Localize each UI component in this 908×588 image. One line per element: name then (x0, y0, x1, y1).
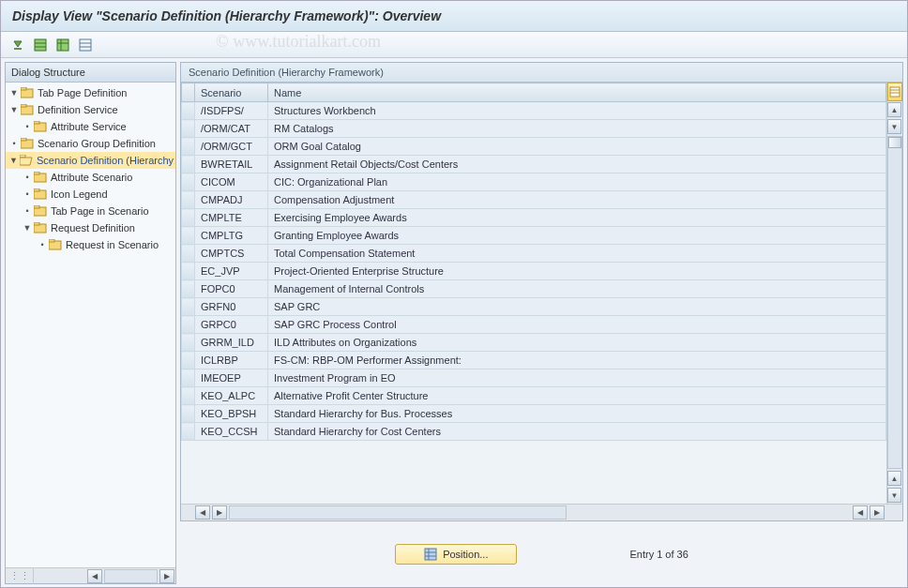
v-thumb[interactable] (888, 137, 901, 148)
toolbar-table2-icon[interactable] (53, 36, 72, 54)
cell-scenario[interactable]: EC_JVP (195, 263, 268, 280)
tree-item[interactable]: ▼Scenario Definition (Hierarchy Framewor… (6, 152, 175, 169)
cell-scenario[interactable]: KEO_BPSH (195, 405, 268, 423)
row-selector[interactable] (182, 263, 195, 280)
tree-h-track[interactable] (104, 569, 159, 583)
table-row[interactable]: /ORM/GCTORM Goal Catalog (182, 138, 886, 156)
table-row[interactable]: GRFN0SAP GRC (182, 298, 886, 316)
position-button[interactable]: Position... (395, 544, 517, 565)
table-row[interactable]: ICLRBPFS-CM: RBP-OM Performer Assignment… (182, 352, 886, 369)
cell-scenario[interactable]: IMEOEP (195, 369, 268, 387)
table-row[interactable]: CICOMCIC: Organizational Plan (182, 173, 886, 191)
cell-scenario[interactable]: GRFN0 (195, 298, 268, 316)
row-selector[interactable] (182, 191, 195, 209)
tree-expander-icon[interactable]: ▼ (9, 105, 19, 114)
cell-name[interactable]: Standard Hierarchy for Cost Centers (268, 423, 886, 441)
row-selector[interactable] (182, 227, 195, 245)
scroll-down2-icon[interactable]: ▼ (887, 488, 901, 503)
h-track[interactable] (229, 505, 567, 520)
table-row[interactable]: KEO_BPSHStandard Hierarchy for Bus. Proc… (182, 405, 886, 423)
cell-scenario[interactable]: ICLRBP (195, 352, 268, 369)
table-row[interactable]: CMPADJCompensation Adjustment (182, 191, 886, 209)
table-row[interactable]: EC_JVPProject-Oriented Enterprise Struct… (182, 263, 886, 280)
cell-name[interactable]: Granting Employee Awards (268, 227, 886, 245)
table-horizontal-scrollbar[interactable]: ◀ ▶ ◀ ▶ (181, 504, 902, 520)
tree-item[interactable]: •Tab Page in Scenario (6, 203, 175, 219)
column-name[interactable]: Name (268, 83, 886, 102)
table-row[interactable]: CMPTCSTotal Compensation Statement (182, 245, 886, 263)
cell-name[interactable]: SAP GRC Process Control (268, 316, 886, 334)
row-selector[interactable] (182, 369, 195, 387)
row-selector[interactable] (182, 405, 195, 423)
cell-scenario[interactable]: KEO_ALPC (195, 387, 268, 405)
scroll-up-icon[interactable]: ▲ (887, 102, 901, 117)
tree-body[interactable]: ▼Tab Page Definition▼Definition Service•… (6, 83, 175, 567)
row-selector[interactable] (182, 423, 195, 441)
cell-scenario[interactable]: CMPLTE (195, 209, 268, 227)
cell-scenario[interactable]: BWRETAIL (195, 156, 268, 173)
tree-item[interactable]: •Attribute Scenario (6, 169, 175, 186)
row-selector-header[interactable] (182, 83, 195, 102)
tree-expander-icon[interactable]: • (38, 240, 47, 249)
cell-name[interactable]: ORM Goal Catalog (268, 138, 886, 156)
row-selector[interactable] (182, 316, 195, 334)
table-row[interactable]: /ISDFPS/Structures Workbench (182, 102, 886, 120)
tree-resize-handle-icon[interactable]: ⋮⋮ (6, 568, 34, 584)
row-selector[interactable] (182, 352, 195, 369)
tree-item[interactable]: ▼Definition Service (6, 101, 175, 118)
tree-item[interactable]: •Request in Scenario (6, 236, 175, 253)
cell-scenario[interactable]: CMPLTG (195, 227, 268, 245)
cell-scenario[interactable]: /ORM/CAT (195, 120, 268, 138)
table-row[interactable]: KEO_CCSHStandard Hierarchy for Cost Cent… (182, 423, 886, 441)
scenario-table[interactable]: Scenario Name /ISDFPS/Structures Workben… (181, 83, 886, 441)
cell-name[interactable]: Management of Internal Controls (268, 280, 886, 298)
tree-expander-icon[interactable]: • (23, 206, 32, 216)
table-row[interactable]: FOPC0Management of Internal Controls (182, 280, 886, 298)
cell-name[interactable]: CIC: Organizational Plan (268, 173, 886, 191)
row-selector[interactable] (182, 298, 195, 316)
column-scenario[interactable]: Scenario (195, 83, 268, 102)
h-left2-icon[interactable]: ◀ (853, 505, 868, 520)
cell-name[interactable]: Standard Hierarchy for Bus. Processes (268, 405, 886, 423)
cell-name[interactable]: Alternative Profit Center Structure (268, 387, 886, 405)
toolbar-expand-icon[interactable] (8, 36, 27, 54)
tree-expander-icon[interactable]: ▼ (23, 223, 32, 233)
scroll-down-icon[interactable]: ▼ (887, 119, 901, 134)
table-row[interactable]: KEO_ALPCAlternative Profit Center Struct… (182, 387, 886, 405)
table-row[interactable]: GRRM_ILDILD Attributes on Organizations (182, 334, 886, 352)
row-selector[interactable] (182, 387, 195, 405)
tree-item[interactable]: •Attribute Service (6, 118, 175, 135)
row-selector[interactable] (182, 138, 195, 156)
cell-scenario[interactable]: GRRM_ILD (195, 334, 268, 352)
row-selector[interactable] (182, 334, 195, 352)
cell-scenario[interactable]: GRPC0 (195, 316, 268, 334)
cell-name[interactable]: Assignment Retail Objects/Cost Centers (268, 156, 886, 173)
tree-item[interactable]: ▼Request Definition (6, 219, 175, 236)
toolbar-table3-icon[interactable] (76, 36, 95, 54)
tree-expander-icon[interactable]: • (23, 173, 32, 182)
cell-name[interactable]: FS-CM: RBP-OM Performer Assignment: (268, 352, 886, 369)
cell-scenario[interactable]: CICOM (195, 173, 268, 191)
cell-scenario[interactable]: /ORM/GCT (195, 138, 268, 156)
cell-name[interactable]: SAP GRC (268, 298, 886, 316)
table-vertical-scrollbar[interactable]: ▲ ▼ ▲ ▼ (886, 83, 902, 504)
cell-scenario[interactable]: CMPADJ (195, 191, 268, 209)
cell-scenario[interactable]: FOPC0 (195, 280, 268, 298)
cell-name[interactable]: Investment Program in EO (268, 369, 886, 387)
cell-scenario[interactable]: CMPTCS (195, 245, 268, 263)
row-selector[interactable] (182, 209, 195, 227)
tree-expander-icon[interactable]: • (23, 189, 32, 199)
settings-column-icon[interactable] (887, 83, 902, 101)
cell-name[interactable]: ILD Attributes on Organizations (268, 334, 886, 352)
tree-item[interactable]: •Scenario Group Definition (6, 135, 175, 152)
cell-name[interactable]: Compensation Adjustment (268, 191, 886, 209)
cell-name[interactable]: Structures Workbench (268, 102, 886, 120)
scroll-left-icon[interactable]: ◀ (87, 569, 102, 583)
tree-expander-icon[interactable]: ▼ (9, 88, 19, 98)
scroll-up2-icon[interactable]: ▲ (887, 471, 901, 486)
cell-name[interactable]: RM Catalogs (268, 120, 886, 138)
row-selector[interactable] (182, 156, 195, 173)
tree-expander-icon[interactable]: • (23, 122, 32, 131)
row-selector[interactable] (182, 280, 195, 298)
table-row[interactable]: GRPC0SAP GRC Process Control (182, 316, 886, 334)
